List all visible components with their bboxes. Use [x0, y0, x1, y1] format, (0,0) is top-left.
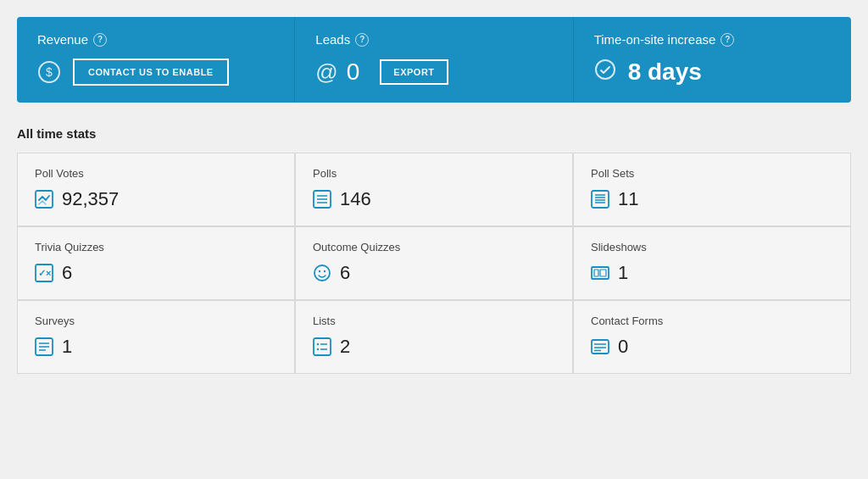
leads-count-value: 0: [347, 58, 360, 86]
leads-help-icon[interactable]: ?: [355, 33, 369, 47]
leads-title-text: Leads: [315, 32, 350, 47]
lists-row: 2: [313, 336, 555, 358]
trivia-icon: ✓×: [35, 264, 53, 282]
contact-forms-value: 0: [618, 336, 628, 358]
trivia-quizzes-label: Trivia Quizzes: [35, 241, 277, 253]
surveys-icon: [35, 337, 53, 356]
svg-text:$: $: [46, 65, 53, 79]
leads-card-body: @ 0 EXPORT: [315, 58, 552, 86]
svg-point-17: [324, 270, 326, 272]
poll-sets-icon: [591, 190, 609, 209]
svg-rect-20: [600, 270, 606, 276]
outcome-quizzes-label: Outcome Quizzes: [313, 241, 555, 253]
svg-text:✓×: ✓×: [38, 268, 51, 278]
surveys-row: 1: [35, 336, 277, 358]
poll-sets-cell: Poll Sets 11: [574, 153, 850, 226]
outcome-quizzes-value: 6: [340, 262, 350, 284]
slideshows-cell: Slideshows 1: [574, 227, 850, 299]
lead-count-display: @ 0: [315, 58, 359, 86]
outcome-icon: [313, 264, 331, 282]
top-cards-row: Revenue ? $ CONTACT US TO ENABLE Leads ?: [17, 17, 851, 103]
contact-forms-cell: Contact Forms 0: [574, 301, 850, 373]
lists-cell: Lists 2: [296, 301, 572, 373]
slideshow-icon: [591, 264, 609, 282]
poll-sets-label: Poll Sets: [591, 167, 833, 180]
poll-votes-value: 92,357: [62, 188, 119, 210]
all-time-stats-section: All time stats Poll Votes 92,357: [17, 126, 851, 374]
poll-sets-value: 11: [618, 188, 638, 210]
svg-rect-25: [314, 338, 331, 355]
trivia-quizzes-cell: Trivia Quizzes ✓× 6: [18, 227, 294, 299]
leads-card-title: Leads ?: [315, 32, 552, 47]
revenue-title-text: Revenue: [37, 32, 88, 47]
polls-row: 146: [313, 188, 555, 210]
stats-grid: Poll Votes 92,357 Polls: [17, 153, 851, 374]
svg-point-28: [317, 348, 319, 350]
slideshows-label: Slideshows: [591, 241, 833, 253]
contact-forms-label: Contact Forms: [591, 315, 833, 327]
slideshows-value: 1: [618, 262, 628, 284]
poll-sets-row: 11: [591, 188, 833, 210]
surveys-cell: Surveys 1: [18, 301, 294, 373]
poll-votes-cell: Poll Votes 92,357: [18, 153, 294, 226]
revenue-card-title: Revenue ?: [37, 32, 274, 47]
poll-votes-label: Poll Votes: [35, 167, 277, 180]
revenue-card-body: $ CONTACT US TO ENABLE: [37, 58, 274, 86]
svg-rect-19: [594, 270, 598, 276]
time-on-site-value: 8 days: [628, 58, 702, 86]
dollar-circle-icon: $: [37, 60, 61, 84]
svg-point-16: [319, 270, 320, 272]
contact-us-button[interactable]: CONTACT US TO ENABLE: [73, 58, 229, 86]
polls-label: Polls: [313, 167, 555, 180]
polls-value: 146: [340, 188, 371, 210]
svg-point-15: [314, 265, 330, 281]
poll-votes-icon: [35, 190, 53, 209]
svg-rect-8: [592, 191, 609, 208]
surveys-label: Surveys: [35, 315, 277, 327]
check-circle-icon: [594, 58, 616, 86]
time-on-site-card: Time-on-site increase ? 8 days: [574, 17, 851, 103]
time-on-site-help-icon[interactable]: ?: [721, 33, 734, 47]
contact-forms-icon: [591, 337, 609, 356]
contact-forms-row: 0: [591, 336, 833, 358]
outcome-quizzes-cell: Outcome Quizzes 6: [296, 227, 572, 299]
revenue-card: Revenue ? $ CONTACT US TO ENABLE: [17, 17, 295, 103]
polls-icon: [313, 190, 331, 209]
lists-value: 2: [340, 336, 350, 358]
time-on-site-body: 8 days: [594, 58, 831, 86]
revenue-help-icon[interactable]: ?: [93, 33, 107, 47]
dashboard: Revenue ? $ CONTACT US TO ENABLE Leads ?: [17, 17, 851, 374]
svg-point-2: [596, 60, 615, 79]
all-time-stats-title: All time stats: [17, 126, 851, 141]
time-on-site-title-text: Time-on-site increase: [594, 32, 716, 47]
lists-label: Lists: [313, 315, 555, 327]
svg-point-26: [317, 343, 319, 345]
slideshows-row: 1: [591, 262, 833, 284]
time-on-site-title: Time-on-site increase ?: [594, 32, 831, 47]
export-button[interactable]: EXPORT: [380, 59, 448, 85]
polls-cell: Polls 146: [296, 153, 572, 226]
surveys-value: 1: [62, 336, 72, 358]
trivia-quizzes-row: ✓× 6: [35, 262, 277, 284]
trivia-quizzes-value: 6: [62, 262, 72, 284]
at-sign-icon: @: [315, 59, 337, 86]
leads-card: Leads ? @ 0 EXPORT: [295, 17, 573, 103]
poll-votes-row: 92,357: [35, 188, 277, 210]
lists-icon: [313, 337, 331, 356]
svg-rect-30: [592, 340, 609, 354]
outcome-quizzes-row: 6: [313, 262, 555, 284]
